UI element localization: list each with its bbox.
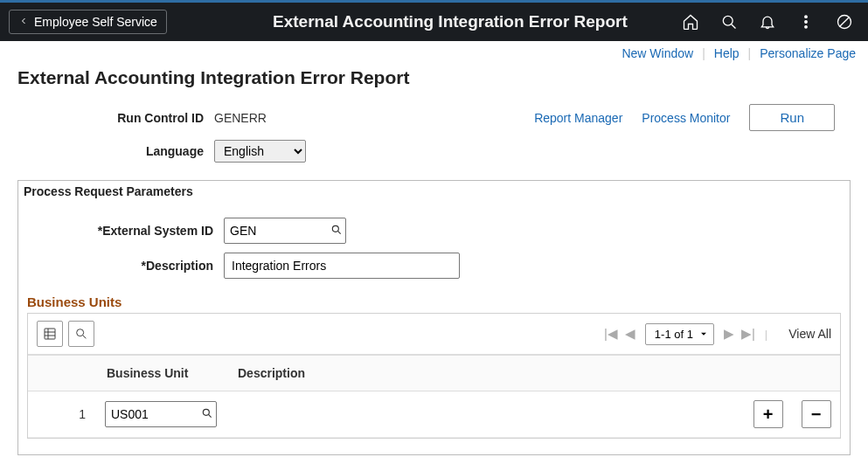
header-page-title: External Accounting Integration Error Re…: [219, 12, 681, 31]
svg-line-1: [732, 24, 736, 29]
svg-point-13: [77, 329, 84, 336]
description-input[interactable]: [224, 253, 460, 279]
svg-rect-9: [45, 329, 55, 339]
ext-system-id-input[interactable]: [225, 220, 328, 241]
divider: |: [748, 46, 752, 60]
svg-point-3: [805, 21, 808, 24]
column-header-description: Description: [229, 356, 744, 391]
add-row-button[interactable]: +: [753, 400, 783, 428]
svg-point-2: [805, 16, 808, 18]
svg-point-0: [723, 16, 733, 25]
page-title: External Accounting Integration Error Re…: [17, 67, 851, 88]
ext-system-id-label: *External System ID: [27, 224, 224, 238]
svg-line-14: [83, 336, 87, 339]
first-page-icon[interactable]: |◀: [601, 326, 621, 342]
divider: |: [702, 46, 705, 60]
new-window-link[interactable]: New Window: [621, 46, 693, 60]
menu-dots-icon[interactable]: [796, 12, 816, 31]
run-control-label: Run Control ID: [17, 111, 214, 125]
grid-settings-button[interactable]: [37, 321, 63, 347]
row-description: [229, 391, 744, 438]
home-icon[interactable]: [681, 12, 700, 31]
svg-point-4: [805, 26, 808, 29]
column-header-rownum: [28, 356, 98, 391]
search-icon[interactable]: [719, 12, 739, 31]
next-page-icon[interactable]: ▶: [719, 326, 739, 342]
grid-find-button[interactable]: [68, 321, 94, 347]
ext-system-id-field[interactable]: [224, 218, 346, 244]
svg-point-15: [203, 409, 209, 415]
svg-line-8: [337, 231, 340, 233]
chevron-left-icon: [18, 15, 29, 29]
last-page-icon[interactable]: ▶|: [739, 326, 758, 342]
row-range-select[interactable]: 1-1 of 1: [645, 323, 714, 345]
process-monitor-link[interactable]: Process Monitor: [642, 111, 730, 125]
back-button[interactable]: Employee Self Service: [9, 10, 167, 34]
run-button[interactable]: Run: [749, 104, 835, 131]
description-label: *Description: [27, 259, 224, 273]
params-legend: Process Request Parameters: [18, 181, 850, 209]
svg-point-7: [332, 225, 338, 232]
run-control-value: GENERR: [214, 111, 267, 125]
divider: |: [765, 328, 767, 341]
view-all-link[interactable]: View All: [780, 327, 831, 341]
svg-line-16: [209, 414, 212, 417]
language-select[interactable]: English: [214, 140, 306, 163]
column-header-delete: [792, 356, 840, 391]
help-link[interactable]: Help: [714, 46, 740, 60]
column-header-add: [744, 356, 792, 391]
business-unit-input[interactable]: [106, 404, 198, 425]
back-label: Employee Self Service: [34, 15, 157, 29]
delete-row-button[interactable]: −: [802, 400, 831, 428]
table-row: 1 + −: [28, 391, 840, 438]
language-label: Language: [17, 144, 214, 158]
business-units-title: Business Units: [27, 294, 841, 309]
lookup-icon[interactable]: [328, 224, 345, 239]
compass-icon[interactable]: [835, 12, 854, 31]
svg-line-6: [839, 17, 850, 27]
business-unit-field[interactable]: [105, 401, 217, 427]
lookup-icon[interactable]: [198, 407, 216, 422]
column-header-business-unit: Business Unit: [98, 356, 229, 391]
bell-icon[interactable]: [758, 12, 777, 31]
personalize-page-link[interactable]: Personalize Page: [760, 46, 856, 60]
prev-page-icon[interactable]: ◀: [621, 326, 640, 342]
row-number: 1: [28, 391, 98, 438]
report-manager-link[interactable]: Report Manager: [534, 111, 622, 125]
